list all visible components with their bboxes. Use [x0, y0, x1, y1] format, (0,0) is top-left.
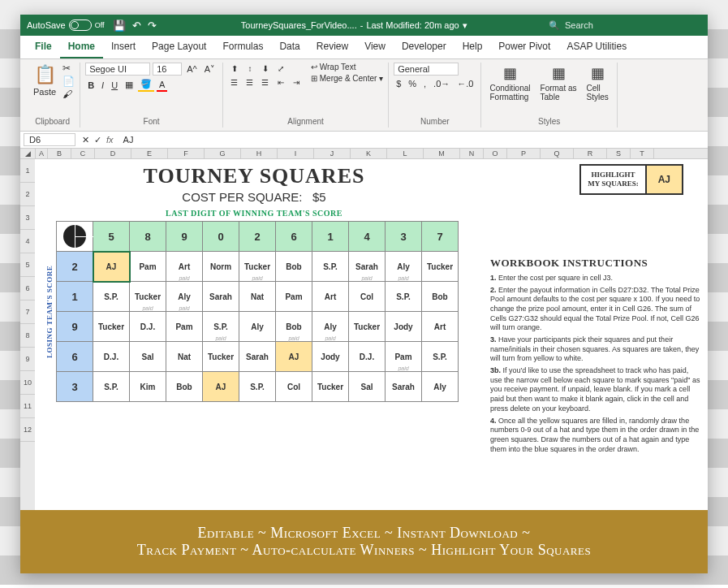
square-cell[interactable]: Tuckerpaid [239, 252, 276, 282]
align-left-icon[interactable]: ☰ [228, 76, 241, 88]
square-cell[interactable]: D.J. [93, 342, 130, 372]
top-number-cell[interactable]: 3 [386, 222, 422, 252]
bold-button[interactable]: B [85, 80, 97, 91]
square-cell[interactable]: Sarahpaid [349, 252, 386, 282]
col-header[interactable]: I [278, 149, 314, 158]
top-number-cell[interactable]: 1 [312, 222, 349, 252]
cell-styles-button[interactable]: ▦Cell Styles [584, 63, 612, 103]
italic-button[interactable]: I [99, 80, 106, 91]
square-cell[interactable]: Pam [276, 282, 312, 312]
square-cell[interactable]: Art [312, 282, 349, 312]
tab-formulas[interactable]: Formulas [214, 36, 271, 58]
increase-font-icon[interactable]: A^ [184, 63, 200, 75]
square-cell[interactable]: Sarah [386, 372, 422, 402]
top-number-cell[interactable]: 9 [166, 222, 203, 252]
square-cell[interactable]: Bob [276, 252, 312, 282]
currency-icon[interactable]: $ [394, 78, 403, 89]
fx-icon[interactable]: fx [106, 135, 114, 145]
square-cell[interactable]: Tucker [349, 312, 386, 342]
square-cell[interactable]: Tucker [203, 342, 239, 372]
row-header[interactable]: 10 [20, 371, 35, 395]
square-cell[interactable]: Nat [239, 282, 276, 312]
row-header[interactable]: 7 [20, 300, 35, 324]
tab-review[interactable]: Review [308, 36, 356, 58]
square-cell[interactable]: Sarah [203, 282, 239, 312]
highlight-value-cell[interactable]: AJ [645, 166, 682, 193]
number-format-select[interactable]: General [394, 63, 459, 76]
square-cell[interactable]: Bob [422, 282, 459, 312]
enter-icon[interactable]: ✓ [94, 135, 101, 145]
align-right-icon[interactable]: ☰ [259, 76, 272, 88]
format-painter-icon[interactable]: 🖌 [62, 89, 75, 100]
left-number-cell[interactable]: 1 [57, 282, 93, 312]
top-number-cell[interactable]: 6 [276, 222, 312, 252]
left-number-cell[interactable]: 9 [57, 312, 93, 342]
tab-asap-utilities[interactable]: ASAP Utilities [558, 36, 635, 58]
undo-icon[interactable]: ↶ [132, 19, 141, 32]
increase-indent-icon[interactable]: ⇥ [290, 76, 303, 88]
square-cell[interactable]: Sal [349, 372, 386, 402]
tab-power-pivot[interactable]: Power Pivot [490, 36, 558, 58]
square-cell[interactable]: Pampaid [386, 342, 422, 372]
col-header[interactable]: P [507, 149, 541, 158]
save-icon[interactable]: 💾 [113, 19, 126, 32]
tab-home[interactable]: Home [60, 36, 103, 58]
underline-button[interactable]: U [109, 80, 120, 91]
square-cell[interactable]: D.J. [349, 342, 386, 372]
square-cell[interactable]: S.P. [312, 252, 349, 282]
square-cell[interactable]: Jody [312, 342, 349, 372]
square-cell[interactable]: Tucker [422, 252, 459, 282]
tab-insert[interactable]: Insert [103, 36, 144, 58]
col-header[interactable]: F [168, 149, 205, 158]
formula-bar[interactable]: AJ [118, 134, 704, 145]
square-cell[interactable]: Pam [130, 252, 166, 282]
align-center-icon[interactable]: ☰ [243, 76, 256, 88]
col-header[interactable]: T [631, 149, 654, 158]
chevron-down-icon[interactable]: ▾ [463, 20, 467, 31]
paste-button[interactable]: 📋 Paste [30, 63, 59, 98]
square-cell[interactable]: S.P. [386, 282, 422, 312]
top-number-cell[interactable]: 4 [349, 222, 386, 252]
tab-help[interactable]: Help [454, 36, 491, 58]
col-header[interactable]: L [387, 149, 424, 158]
select-all-corner[interactable]: ◢ [20, 149, 36, 158]
col-header[interactable]: D [95, 149, 131, 158]
cancel-icon[interactable]: ✕ [82, 135, 89, 145]
col-header[interactable]: R [574, 149, 607, 158]
align-middle-icon[interactable]: ↕ [243, 63, 256, 74]
conditional-formatting-button[interactable]: ▦Conditional Formatting [486, 63, 533, 103]
square-cell[interactable]: Artpaid [166, 252, 203, 282]
format-as-table-button[interactable]: ▦Format as Table [537, 63, 580, 103]
square-cell[interactable]: S.P. [239, 372, 276, 402]
tab-file[interactable]: File [27, 36, 60, 58]
square-cell[interactable]: Tucker [93, 312, 130, 342]
col-header[interactable]: M [424, 149, 460, 158]
row-header[interactable]: 11 [20, 395, 35, 418]
square-cell[interactable]: Norm [203, 252, 239, 282]
top-number-cell[interactable]: 5 [93, 222, 130, 252]
row-header[interactable]: 8 [20, 324, 35, 348]
col-header[interactable]: O [484, 149, 507, 158]
row-header[interactable]: 5 [20, 253, 35, 277]
col-header[interactable]: E [131, 149, 168, 158]
square-cell[interactable]: AJ [276, 342, 312, 372]
square-cell[interactable]: Nat [166, 342, 203, 372]
cut-icon[interactable]: ✂ [62, 63, 75, 74]
left-number-cell[interactable]: 6 [57, 342, 93, 372]
merge-center-button[interactable]: ⊞ Merge & Center ▾ [311, 74, 383, 83]
square-cell[interactable]: Alypaid [166, 282, 203, 312]
search-box[interactable]: 🔍 Search [542, 19, 701, 32]
row-header[interactable]: 9 [20, 348, 35, 371]
square-cell[interactable]: Bob [166, 372, 203, 402]
row-header[interactable]: 2 [20, 183, 35, 206]
percent-icon[interactable]: % [406, 78, 419, 89]
col-header[interactable]: G [205, 149, 241, 158]
square-cell[interactable]: AJ [93, 252, 130, 282]
col-header[interactable]: S [607, 149, 631, 158]
square-cell[interactable]: AJ [203, 372, 239, 402]
row-header[interactable]: 3 [20, 206, 35, 230]
left-number-cell[interactable]: 2 [57, 252, 93, 282]
top-number-cell[interactable]: 0 [203, 222, 239, 252]
top-number-cell[interactable]: 8 [130, 222, 166, 252]
square-cell[interactable]: Col [349, 282, 386, 312]
